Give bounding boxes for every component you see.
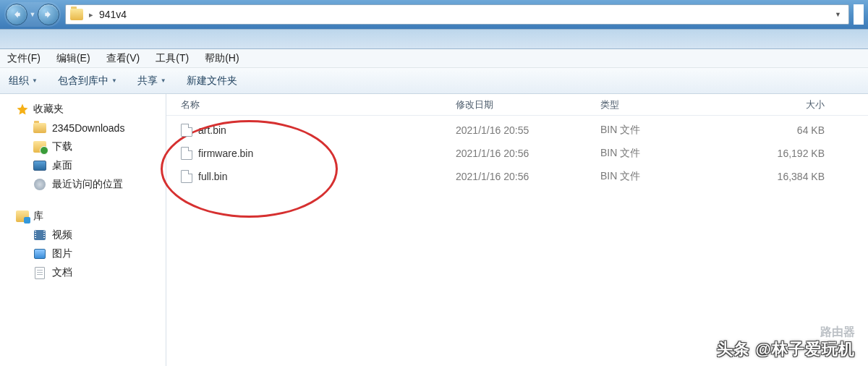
column-headers: 名称 修改日期 类型 大小 bbox=[166, 94, 868, 116]
sidebar-libraries-label: 库 bbox=[33, 210, 43, 223]
file-size: 16,384 KB bbox=[731, 171, 825, 182]
recent-places-icon bbox=[34, 179, 46, 190]
address-dropdown-icon[interactable]: ▼ bbox=[832, 11, 844, 18]
file-icon bbox=[181, 170, 192, 183]
breadcrumb-separator-icon: ▸ bbox=[89, 10, 93, 20]
download-folder-icon bbox=[33, 141, 46, 153]
back-button[interactable] bbox=[6, 4, 27, 25]
watermark-text: 头条 @林子爱玩机 bbox=[717, 339, 855, 360]
sidebar-item-label: 图片 bbox=[52, 247, 72, 260]
toolbar: 组织 ▼ 包含到库中 ▼ 共享 ▼ 新建文件夹 bbox=[0, 68, 868, 94]
toolbar-include-label: 包含到库中 bbox=[58, 75, 109, 88]
toolbar-include-in-library[interactable]: 包含到库中 ▼ bbox=[58, 75, 117, 88]
navigation-pane: 收藏夹 2345Downloads 下载 桌面 最近访问的位置 库 bbox=[0, 94, 166, 366]
search-area[interactable] bbox=[854, 4, 864, 25]
sidebar-item-pictures[interactable]: 图片 bbox=[3, 244, 163, 263]
file-type: BIN 文件 bbox=[600, 147, 731, 160]
toolbar-share[interactable]: 共享 ▼ bbox=[137, 75, 166, 88]
breadcrumb-current[interactable]: 941v4 bbox=[99, 9, 127, 20]
file-type: BIN 文件 bbox=[600, 124, 731, 137]
menu-tools[interactable]: 工具(T) bbox=[156, 52, 189, 65]
file-date: 2021/1/16 20:56 bbox=[456, 148, 600, 159]
libraries-group: 库 视频 图片 文档 bbox=[3, 207, 163, 282]
sidebar-favorites-label: 收藏夹 bbox=[33, 103, 64, 116]
libraries-icon bbox=[16, 210, 29, 222]
file-name: firmware.bin bbox=[198, 148, 253, 159]
sidebar-item-label: 2345Downloads bbox=[52, 122, 124, 134]
file-date: 2021/1/16 20:56 bbox=[456, 171, 600, 182]
menu-file[interactable]: 文件(F) bbox=[7, 52, 41, 65]
file-size: 16,192 KB bbox=[731, 148, 825, 159]
address-bar[interactable]: ▸ 941v4 ▼ bbox=[65, 4, 849, 25]
chevron-down-icon: ▼ bbox=[111, 77, 117, 84]
toolbar-new-folder-label: 新建文件夹 bbox=[187, 75, 237, 88]
file-row[interactable]: full.bin 2021/1/16 20:56 BIN 文件 16,384 K… bbox=[166, 165, 868, 188]
folder-icon bbox=[33, 123, 46, 133]
toolbar-share-label: 共享 bbox=[137, 75, 158, 88]
sidebar-item-label: 桌面 bbox=[52, 159, 72, 172]
forward-button[interactable] bbox=[38, 4, 59, 25]
menu-bar: 文件(F) 编辑(E) 查看(V) 工具(T) 帮助(H) bbox=[0, 49, 868, 68]
sidebar-item-recent[interactable]: 最近访问的位置 bbox=[3, 175, 163, 194]
picture-icon bbox=[34, 249, 46, 259]
sidebar-libraries[interactable]: 库 bbox=[3, 207, 163, 226]
watermark-badge: 路由器 bbox=[820, 325, 855, 340]
arrow-right-icon bbox=[43, 9, 54, 20]
column-header-type[interactable]: 类型 bbox=[600, 98, 731, 111]
chevron-down-icon: ▼ bbox=[32, 77, 38, 84]
toolbar-organize[interactable]: 组织 ▼ bbox=[9, 75, 38, 88]
file-icon bbox=[181, 147, 192, 160]
star-icon bbox=[16, 103, 29, 116]
file-name: art.bin bbox=[198, 124, 226, 136]
menu-help[interactable]: 帮助(H) bbox=[205, 52, 239, 65]
file-name: full.bin bbox=[198, 171, 227, 182]
file-date: 2021/1/16 20:55 bbox=[456, 124, 600, 136]
file-list-area: 名称 修改日期 类型 大小 art.bin 2021/1/16 20:55 BI… bbox=[166, 94, 868, 366]
file-row[interactable]: art.bin 2021/1/16 20:55 BIN 文件 64 KB bbox=[166, 119, 868, 142]
column-header-name[interactable]: 名称 bbox=[181, 98, 456, 111]
sidebar-item-label: 文档 bbox=[52, 266, 72, 279]
content-area: 收藏夹 2345Downloads 下载 桌面 最近访问的位置 库 bbox=[0, 94, 868, 366]
chevron-down-icon: ▼ bbox=[161, 77, 166, 84]
sidebar-item-label: 下载 bbox=[52, 140, 72, 153]
nav-button-group: ▼ bbox=[4, 2, 61, 27]
menu-view[interactable]: 查看(V) bbox=[106, 52, 140, 65]
file-row[interactable]: firmware.bin 2021/1/16 20:56 BIN 文件 16,1… bbox=[166, 142, 868, 165]
document-icon bbox=[35, 267, 45, 279]
sidebar-item-desktop[interactable]: 桌面 bbox=[3, 156, 163, 175]
sidebar-item-label: 视频 bbox=[52, 229, 72, 242]
video-icon bbox=[34, 230, 46, 240]
sidebar-favorites[interactable]: 收藏夹 bbox=[3, 100, 163, 119]
sidebar-item-downloads[interactable]: 下载 bbox=[3, 137, 163, 156]
column-header-date[interactable]: 修改日期 bbox=[456, 98, 600, 111]
toolbar-organize-label: 组织 bbox=[9, 75, 29, 88]
sidebar-item-videos[interactable]: 视频 bbox=[3, 226, 163, 244]
desktop-icon bbox=[33, 161, 46, 171]
arrow-left-icon bbox=[12, 9, 22, 20]
file-icon bbox=[181, 124, 192, 137]
file-size: 64 KB bbox=[731, 124, 825, 136]
column-header-size[interactable]: 大小 bbox=[731, 98, 825, 111]
sidebar-item-label: 最近访问的位置 bbox=[52, 178, 123, 191]
window-chrome-divider bbox=[0, 29, 868, 49]
toolbar-new-folder[interactable]: 新建文件夹 bbox=[187, 75, 237, 88]
folder-icon bbox=[70, 9, 83, 20]
sidebar-item-documents[interactable]: 文档 bbox=[3, 263, 163, 282]
file-rows: art.bin 2021/1/16 20:55 BIN 文件 64 KB fir… bbox=[166, 116, 868, 188]
favorites-group: 收藏夹 2345Downloads 下载 桌面 最近访问的位置 bbox=[3, 100, 163, 194]
back-history-dropdown[interactable]: ▼ bbox=[27, 4, 38, 25]
sidebar-item-2345downloads[interactable]: 2345Downloads bbox=[3, 119, 163, 137]
file-type: BIN 文件 bbox=[600, 170, 731, 183]
navigation-bar: ▼ ▸ 941v4 ▼ bbox=[0, 0, 868, 29]
menu-edit[interactable]: 编辑(E) bbox=[56, 52, 90, 65]
